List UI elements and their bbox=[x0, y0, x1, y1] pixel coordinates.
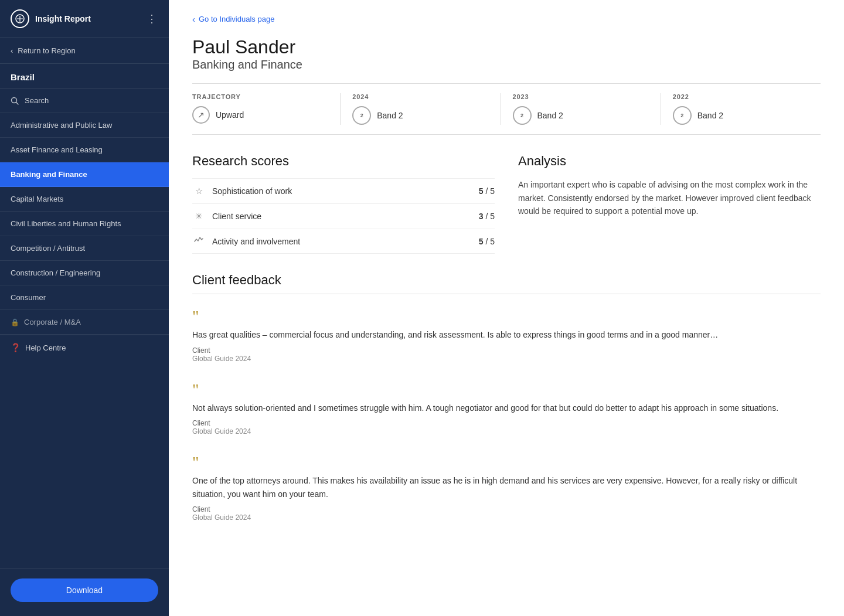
nav-item-administrative[interactable]: Administrative and Public Law bbox=[0, 113, 169, 138]
analysis-section: Analysis An important expert who is capa… bbox=[518, 154, 821, 254]
back-link[interactable]: ‹ Go to Individuals page bbox=[192, 14, 821, 24]
band-badge-2024: 2 bbox=[352, 106, 371, 125]
help-icon: ❓ bbox=[11, 343, 21, 352]
feedback-source-3: Client bbox=[192, 505, 821, 513]
year-2022-value: 2 Band 2 bbox=[673, 106, 809, 125]
feedback-item-3: " One of the top attorneys around. This … bbox=[192, 454, 821, 522]
nav-item-capital-markets[interactable]: Capital Markets bbox=[0, 187, 169, 212]
trajectory-section: TRAJECTORY ↗ Upward bbox=[192, 93, 341, 125]
year-2022-label: 2022 bbox=[673, 93, 809, 100]
feedback-item-1: " Has great qualities – commercial focus… bbox=[192, 308, 821, 362]
feedback-guide-3: Global Guide 2024 bbox=[192, 513, 821, 522]
nav-item-civil-liberties[interactable]: Civil Liberties and Human Rights bbox=[0, 212, 169, 236]
research-scores-title: Research scores bbox=[192, 154, 495, 169]
band-badge-2023: 2 bbox=[513, 106, 532, 125]
search-item[interactable]: Search bbox=[0, 89, 169, 113]
score-row-activity: Activity and involvement 5 / 5 bbox=[192, 229, 495, 254]
band-badge-2022: 2 bbox=[673, 106, 692, 125]
person-name: Paul Sander bbox=[192, 36, 821, 58]
nav-item-label: Civil Liberties and Human Rights bbox=[11, 219, 121, 228]
star-icon: ☆ bbox=[192, 186, 205, 196]
main-content: ‹ Go to Individuals page Paul Sander Ban… bbox=[169, 0, 844, 616]
year-2023-value: 2 Band 2 bbox=[513, 106, 649, 125]
nav-item-label: Banking and Finance bbox=[11, 170, 87, 179]
sidebar-footer: Download bbox=[0, 569, 169, 616]
chevron-left-icon: ‹ bbox=[192, 14, 195, 24]
feedback-guide-2: Global Guide 2024 bbox=[192, 427, 821, 435]
feedback-item-2: " Not always solution-oriented and I som… bbox=[192, 382, 821, 435]
help-centre-item[interactable]: ❓ Help Centre bbox=[0, 335, 169, 360]
chevron-left-icon: ‹ bbox=[11, 46, 13, 55]
svg-line-2 bbox=[16, 102, 19, 104]
download-button[interactable]: Download bbox=[11, 578, 158, 602]
nav-item-label: Capital Markets bbox=[11, 195, 63, 203]
nav-item-consumer[interactable]: Consumer bbox=[0, 285, 169, 310]
content-grid: Research scores ☆ Sophistication of work… bbox=[192, 154, 821, 254]
score-label-activity: Activity and involvement bbox=[212, 237, 472, 246]
feedback-guide-1: Global Guide 2024 bbox=[192, 355, 821, 363]
trajectory-bar: TRAJECTORY ↗ Upward 2024 2 Band 2 2023 2… bbox=[192, 83, 821, 135]
trajectory-value: ↗ Upward bbox=[192, 106, 328, 124]
sidebar-app-title: Insight Report bbox=[35, 14, 91, 23]
client-feedback-section: Client feedback " Has great qualities – … bbox=[192, 273, 821, 522]
nav-item-label: Consumer bbox=[11, 293, 46, 302]
nav-item-corporate[interactable]: 🔒 Corporate / M&A bbox=[0, 310, 169, 335]
search-icon bbox=[11, 97, 19, 105]
year-2024-label: 2024 bbox=[352, 93, 488, 100]
year-2024-value: 2 Band 2 bbox=[352, 106, 488, 125]
nav-item-label: Corporate / M&A bbox=[24, 318, 81, 326]
score-label-client-service: Client service bbox=[212, 212, 472, 221]
score-value-client-service: 3 / 5 bbox=[479, 212, 495, 221]
nav-item-competition[interactable]: Competition / Antitrust bbox=[0, 236, 169, 261]
help-centre-label: Help Centre bbox=[25, 343, 66, 352]
quote-mark-icon-1: " bbox=[192, 308, 821, 325]
nav-list: Administrative and Public Law Asset Fina… bbox=[0, 113, 169, 335]
nav-item-label: Competition / Antitrust bbox=[11, 244, 85, 253]
score-label-sophistication: Sophistication of work bbox=[212, 186, 472, 196]
year-2024-section: 2024 2 Band 2 bbox=[341, 93, 501, 125]
trajectory-arrow-icon: ↗ bbox=[192, 106, 210, 124]
trajectory-label: TRAJECTORY bbox=[192, 93, 328, 100]
nav-item-construction[interactable]: Construction / Engineering bbox=[0, 261, 169, 285]
year-2023-section: 2023 2 Band 2 bbox=[501, 93, 661, 125]
sparkle-icon: ✳ bbox=[192, 211, 205, 222]
band-text-2023: Band 2 bbox=[537, 111, 563, 120]
feedback-text-1: Has great qualities – commercial focus a… bbox=[192, 328, 821, 341]
analysis-title: Analysis bbox=[518, 154, 821, 169]
sidebar-logo: Insight Report bbox=[11, 9, 91, 28]
research-scores-section: Research scores ☆ Sophistication of work… bbox=[192, 154, 495, 254]
activity-icon bbox=[192, 236, 205, 246]
person-practice: Banking and Finance bbox=[192, 58, 821, 72]
score-row-client-service: ✳ Client service 3 / 5 bbox=[192, 204, 495, 229]
lock-icon: 🔒 bbox=[11, 318, 19, 326]
sidebar-header: Insight Report ⋮ bbox=[0, 0, 169, 38]
band-text-2022: Band 2 bbox=[697, 111, 723, 120]
analysis-text: An important expert who is capable of ad… bbox=[518, 178, 821, 217]
sidebar: Insight Report ⋮ ‹ Return to Region Braz… bbox=[0, 0, 169, 616]
nav-item-label: Administrative and Public Law bbox=[11, 121, 112, 130]
menu-dots-icon[interactable]: ⋮ bbox=[147, 12, 158, 25]
score-value-activity: 5 / 5 bbox=[479, 237, 495, 246]
band-text-2024: Band 2 bbox=[377, 111, 403, 120]
score-value-sophistication: 5 / 5 bbox=[479, 186, 495, 196]
nav-item-label: Asset Finance and Leasing bbox=[11, 145, 103, 154]
feedback-source-2: Client bbox=[192, 419, 821, 427]
feedback-text-2: Not always solution-oriented and I somet… bbox=[192, 401, 821, 414]
score-row-sophistication: ☆ Sophistication of work 5 / 5 bbox=[192, 179, 495, 204]
year-2023-label: 2023 bbox=[513, 93, 649, 100]
client-feedback-title: Client feedback bbox=[192, 273, 821, 288]
quote-mark-icon-2: " bbox=[192, 382, 821, 398]
nav-item-label: Construction / Engineering bbox=[11, 268, 100, 277]
nav-item-asset-finance[interactable]: Asset Finance and Leasing bbox=[0, 138, 169, 162]
nav-item-banking[interactable]: Banking and Finance bbox=[0, 162, 169, 187]
feedback-source-1: Client bbox=[192, 346, 821, 355]
quote-mark-icon-3: " bbox=[192, 454, 821, 471]
year-2022-section: 2022 2 Band 2 bbox=[661, 93, 821, 125]
trajectory-text: Upward bbox=[216, 110, 244, 120]
feedback-text-3: One of the top attorneys around. This ma… bbox=[192, 474, 821, 501]
region-label: Brazil bbox=[0, 64, 169, 89]
logo-icon bbox=[11, 9, 29, 28]
return-to-region-link[interactable]: ‹ Return to Region bbox=[0, 38, 169, 64]
